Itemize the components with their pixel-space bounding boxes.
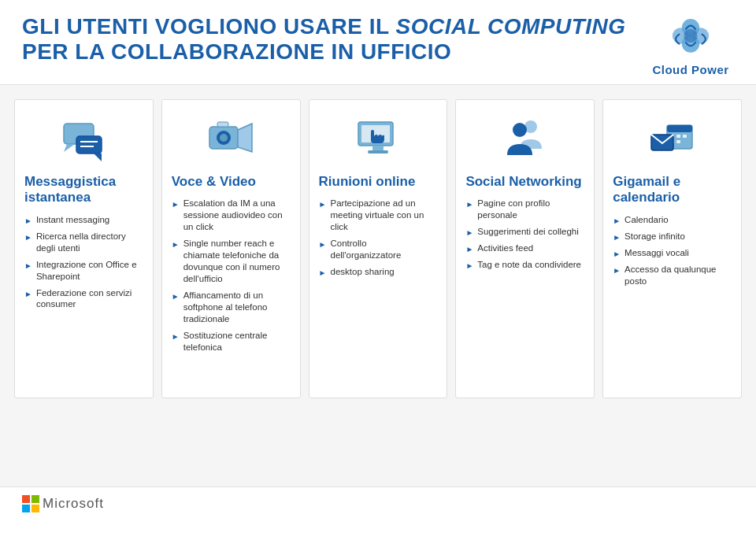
list-item: ►Suggerimenti dei colleghi [465,226,584,238]
cloud-power-icon [659,14,722,61]
chat-icon [59,114,108,163]
bullet-icon: ► [319,239,327,250]
bullet-icon: ► [319,199,327,209]
header-line1: GLI UTENTI VOGLIONO USARE IL SOCIAL COMP… [22,14,647,39]
bullet-icon: ► [24,261,32,271]
ms-flag-yellow [32,505,39,512]
list-item: ►Calendario [613,214,732,226]
list-item: ►Pagine con profilo personale [465,198,584,221]
bullet-icon: ► [613,265,621,276]
list-item: ►Escalation da IM a una sessione audiovi… [172,198,291,233]
ms-flag-blue [22,505,30,512]
bullet-icon: ► [172,239,180,250]
card-list-messaggistica: ►Instant messaging ►Ricerca nella direct… [24,214,143,316]
meeting-icon [354,114,402,163]
card-title-messaggistica: Messaggistica istantanea [24,174,143,206]
svg-rect-25 [676,135,680,138]
video-icon [206,114,255,163]
footer: Microsoft [0,486,756,520]
microsoft-flag-icon [22,495,39,512]
bullet-icon: ► [613,232,621,242]
list-item: ►Affiancamento di un softphone al telefo… [172,290,291,325]
list-item: ►Storage infinito [613,231,732,242]
list-item: ►Accesso da qualunque posto [613,264,732,287]
svg-point-13 [220,134,228,142]
ms-flag-green [32,495,39,503]
list-item: ►Sostituzione centrale telefonica [172,330,291,353]
svg-rect-15 [217,122,228,127]
svg-rect-7 [76,136,102,153]
card-icon-riunioni [319,111,438,166]
svg-rect-28 [676,140,680,143]
card-icon-gigamail [613,111,732,166]
svg-marker-6 [64,144,75,152]
svg-rect-23 [667,125,692,132]
header-italic-text: SOCIAL COMPUTING [395,14,625,39]
header: GLI UTENTI VOGLIONO USARE IL SOCIAL COMP… [0,0,756,85]
card-messaggistica: Messaggistica istantanea ►Instant messag… [14,99,154,398]
header-line2: PER LA COLLABORAZIONE IN UFFICIO [22,39,647,65]
bullet-icon: ► [24,216,32,226]
list-item: ►Integrazione con Office e Sharepoint [24,259,143,283]
list-item: ►Controllo dell'organizzatore [319,238,438,261]
list-item: ►Tag e note da condividere [465,259,584,271]
list-item: ►Ricerca nella directory degli utenti [24,231,143,254]
card-list-voce-video: ►Escalation da IM a una sessione audiovi… [172,198,291,357]
bullet-icon: ► [613,249,621,259]
card-title-social: Social Networking [465,174,581,190]
microsoft-logo: Microsoft [22,495,104,512]
list-item: ►Single number reach e chiamate telefoni… [172,238,291,285]
main-content: Messaggistica istantanea ►Instant messag… [0,85,756,486]
svg-rect-18 [372,146,384,150]
svg-point-21 [513,123,527,137]
bullet-icon: ► [172,331,180,342]
list-item: ►desktop sharing [319,266,438,278]
bullet-icon: ► [24,232,32,242]
bullet-icon: ► [172,291,180,301]
card-list-gigamail: ►Calendario ►Storage infinito ►Messaggi … [613,214,732,292]
card-social: Social Networking ►Pagine con profilo pe… [455,99,595,398]
microsoft-text: Microsoft [43,496,104,512]
svg-marker-14 [238,124,252,152]
svg-rect-26 [683,135,687,138]
bullet-icon: ► [319,268,327,278]
card-list-riunioni: ►Partecipazione ad un meeting virtuale c… [319,198,438,283]
bullet-icon: ► [613,216,621,226]
social-icon [501,114,550,163]
cloud-power-logo: Cloud Power [647,14,734,76]
card-icon-voce-video [172,111,291,166]
bullet-icon: ► [24,289,32,299]
card-icon-social [465,111,584,166]
bullet-icon: ► [465,244,473,254]
card-gigamail: Gigamail e calendario ►Calendario ►Stora… [602,99,742,398]
ms-flag-red [22,495,30,503]
cloud-power-text: Cloud Power [652,63,728,76]
card-icon-messaggistica [24,111,143,166]
list-item: ►Federazione con servizi consumer [24,287,143,311]
bullet-icon: ► [465,261,473,271]
list-item: ►Partecipazione ad un meeting virtuale c… [319,198,438,233]
card-title-riunioni: Riunioni online [319,174,416,190]
mail-calendar-icon [648,114,697,163]
card-list-social: ►Pagine con profilo personale ►Suggerime… [465,198,584,276]
header-line1-text: GLI UTENTI VOGLIONO USARE IL [22,14,395,39]
svg-point-4 [684,29,697,43]
bullet-icon: ► [465,199,473,209]
bullet-icon: ► [465,227,473,238]
svg-rect-19 [368,150,388,153]
card-voce-video: Voce & Video ►Escalation da IM a una ses… [161,99,301,398]
list-item: ►Messaggi vocali [613,247,732,259]
bullet-icon: ► [172,199,180,209]
card-riunioni: Riunioni online ►Partecipazione ad un me… [309,99,448,398]
list-item: ►Activities feed [465,242,584,254]
card-title-voce-video: Voce & Video [172,174,256,190]
list-item: ►Instant messaging [24,214,143,226]
svg-marker-8 [94,153,102,161]
cards-row: Messaggistica istantanea ►Instant messag… [14,99,742,398]
card-title-gigamail: Gigamail e calendario [613,174,732,206]
header-title: GLI UTENTI VOGLIONO USARE IL SOCIAL COMP… [22,14,647,65]
